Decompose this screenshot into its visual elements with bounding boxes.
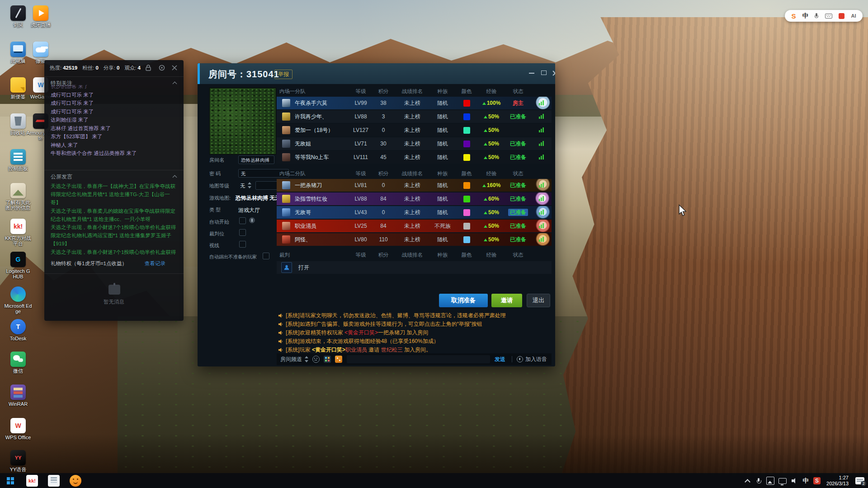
- player-row[interactable]: 午夜杀手六莫 LV9938 未上榜随机 100% 房主: [277, 97, 552, 109]
- follow-events-list: 长沙的游客 来了 成行可口可乐 来了 成行可口可乐 来了 成行可口可乐 来了 达…: [51, 85, 178, 159]
- chat-input[interactable]: [347, 355, 490, 363]
- this-pc-icon: [10, 42, 26, 57]
- ime-tool-icon[interactable]: [839, 13, 844, 19]
- sogou-icon[interactable]: S: [791, 12, 796, 20]
- tray-mic-icon[interactable]: [755, 477, 762, 484]
- desktop-icon-huya[interactable]: 虎牙直播: [26, 5, 55, 28]
- auto-kick-checkbox[interactable]: [263, 253, 269, 259]
- player-row[interactable]: 一把杀猪刀 LV810 未上榜随机 160% 已准备: [277, 179, 552, 192]
- chat-message: 天选之子出现，恭喜序一【战神大卫】在宝库争夺战获得限定纪念礼物里月镜*1 送给主…: [51, 182, 178, 207]
- invite-button[interactable]: 邀请: [491, 294, 522, 307]
- send-button[interactable]: 发送: [495, 356, 505, 363]
- logitech-ghub-icon: G: [10, 252, 26, 267]
- close-button[interactable]: [551, 69, 555, 77]
- desktop-icon-logitech-ghub[interactable]: G Logitech G HUB: [4, 252, 33, 279]
- desktop-icon-control-panel[interactable]: 控制面板: [4, 149, 33, 171]
- signal-bars-icon: [539, 141, 544, 146]
- color-swatch: [463, 100, 470, 107]
- player-row[interactable]: 阿怪、 LV80110 未上榜随机 50% 已准备: [277, 233, 552, 246]
- tray-display-icon[interactable]: [778, 478, 787, 484]
- exp-up-icon: [484, 225, 487, 228]
- player-avatar: [282, 126, 290, 134]
- report-button[interactable]: 举报: [274, 70, 292, 79]
- settings-icon[interactable]: [158, 64, 165, 71]
- system-message: [系统]请玩家文明聊天，切勿发送政治、色情、赌博、辱骂等违规言论，违规者必将严肃…: [278, 311, 549, 319]
- time: 1:27: [826, 475, 849, 481]
- help-icon[interactable]: [249, 217, 255, 223]
- lock-icon[interactable]: [145, 64, 152, 71]
- referee-table: 裁判 等级积分 战绩排名种族 颜色经验 状态: [277, 249, 552, 260]
- tray-chevron-up-icon[interactable]: [744, 477, 751, 484]
- desktop-icon-wechat[interactable]: 微信: [4, 352, 33, 374]
- team2-table: 内场二分队 等级积分 战绩排名种族 颜色经验 状态 一把杀猪刀 LV810 未上…: [277, 168, 552, 247]
- taskbar-kk-platform[interactable]: kk!: [26, 475, 38, 487]
- view-records-link[interactable]: 查看记录: [145, 260, 165, 267]
- exp-up-icon: [484, 198, 487, 201]
- desktop-icon-todesk[interactable]: T ToDesk: [4, 319, 33, 341]
- sticky-note-icon: [10, 77, 26, 93]
- vision-checkbox[interactable]: [239, 241, 246, 248]
- notification-icon[interactable]: 2: [855, 477, 864, 484]
- desktop-icon-kk-platform[interactable]: kk! KK官方对战平台: [4, 219, 33, 246]
- maximize-button[interactable]: [540, 69, 548, 77]
- player-row[interactable]: 无敌哥 LV430 未上榜随机 50% 已准备: [277, 206, 552, 219]
- start-button[interactable]: [5, 475, 16, 487]
- person-icon: [281, 262, 292, 273]
- desktop-icon-wps[interactable]: W WPS Office: [4, 418, 33, 440]
- channel-spinner-icon[interactable]: [304, 356, 308, 363]
- tray-sogou-icon[interactable]: S: [813, 477, 821, 484]
- edge-browser-icon: [10, 286, 26, 302]
- tray-volume-icon[interactable]: [791, 477, 798, 484]
- referee-open-slot[interactable]: 打开: [277, 261, 552, 274]
- channel-selector[interactable]: 房间频道: [280, 356, 302, 363]
- team2-header: 内场二分队 等级积分 战绩排名种族 颜色经验 状态: [277, 168, 552, 179]
- color-swatch: [463, 236, 470, 243]
- image-icon[interactable]: [324, 356, 331, 363]
- ime-toolbar[interactable]: S 中 AI: [785, 10, 863, 22]
- ime-lang-indicator[interactable]: 中: [802, 12, 808, 20]
- clock[interactable]: 1:27 2026/3/13: [826, 475, 849, 487]
- join-voice-button[interactable]: 加入语音: [517, 356, 547, 363]
- taskbar-huya-app[interactable]: [70, 475, 81, 487]
- player-row[interactable]: 爱加一（18号） LV1270 未上榜随机 50%: [277, 124, 552, 136]
- tray-screenshot-icon[interactable]: [766, 477, 774, 485]
- open-label: 打开: [298, 264, 309, 272]
- desktop-icon-edge[interactable]: Microsoft Edge: [4, 286, 33, 314]
- close-icon[interactable]: [171, 64, 178, 71]
- map-level-spinner[interactable]: [247, 182, 251, 189]
- player-row[interactable]: 许我再少年、 LV883 未上榜随机 50% 已准备: [277, 110, 552, 123]
- auto-start-checkbox[interactable]: [239, 217, 246, 224]
- taskbar-document-app[interactable]: [48, 475, 60, 487]
- speaker-icon: [278, 347, 283, 352]
- dice-icon[interactable]: [335, 356, 342, 363]
- player-row[interactable]: 染指雪特红妆 LV8884 未上榜随机 60% 已准备: [277, 192, 552, 205]
- color-swatch: [463, 127, 470, 134]
- mic-icon[interactable]: [815, 13, 818, 19]
- exit-button[interactable]: 退出: [527, 294, 550, 307]
- signal-bars-icon: [539, 209, 544, 215]
- type-value: 游戏大厅: [238, 206, 260, 214]
- player-row[interactable]: 职业清员 LV2584 未上榜不死族 50% 已准备: [277, 220, 552, 232]
- keyboard-icon[interactable]: [825, 14, 832, 19]
- speaker-icon: [278, 322, 283, 327]
- room-name-input[interactable]: 恐怖丛林肉搏: [238, 155, 274, 164]
- desktop-icon-yy-voice[interactable]: YY YY语音: [4, 450, 33, 472]
- map-level-label: 地图等级: [209, 183, 229, 189]
- chevron-up-icon[interactable]: [173, 174, 177, 179]
- desktop-icon-winrar[interactable]: WinRAR: [4, 385, 33, 407]
- referee-seat-checkbox[interactable]: [239, 229, 246, 236]
- minimize-button[interactable]: [528, 69, 536, 77]
- exp-up-icon: [484, 211, 487, 214]
- ai-assistant-icon[interactable]: AI: [851, 13, 856, 19]
- notification-badge: 2: [861, 481, 866, 486]
- tray-ime-indicator[interactable]: 中: [802, 477, 809, 484]
- player-row[interactable]: 无敌姐 LV7130 未上榜随机 50% 已准备: [277, 137, 552, 150]
- cancel-ready-button[interactable]: 取消准备: [439, 294, 488, 307]
- speaker-icon: [278, 330, 283, 335]
- emoji-icon[interactable]: [312, 356, 320, 363]
- room-title: 房间号：315041: [208, 68, 279, 80]
- follow-event: 东方【523军团】 来了: [51, 132, 178, 141]
- player-row[interactable]: 等等我No上车 LV11145 未上榜随机 50% 已准备: [277, 151, 552, 164]
- desktop-icon-image-info[interactable]: 了解有关此图片的信息: [4, 183, 33, 211]
- public-chat-title: 公屏发言: [51, 173, 72, 181]
